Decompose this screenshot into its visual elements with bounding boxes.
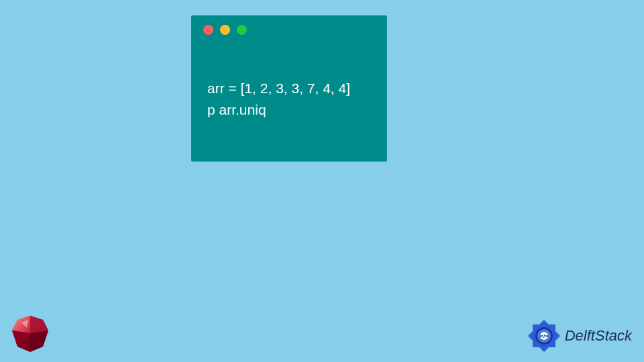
- delftstack-badge-icon: </>: [526, 318, 562, 354]
- code-line-2: p arr.uniq: [207, 102, 266, 117]
- minimize-icon: [220, 25, 230, 35]
- close-icon: [203, 25, 213, 35]
- window-controls: [191, 15, 387, 44]
- delftstack-logo: </> DelftStack: [526, 318, 632, 354]
- delftstack-name: DelftStack: [565, 327, 632, 345]
- code-block: arr = [1, 2, 3, 3, 7, 4, 4] p arr.uniq: [191, 44, 387, 120]
- svg-text:</>: </>: [540, 333, 548, 339]
- ruby-logo-icon: [9, 314, 51, 353]
- code-window: arr = [1, 2, 3, 3, 7, 4, 4] p arr.uniq: [191, 15, 387, 162]
- code-line-1: arr = [1, 2, 3, 3, 7, 4, 4]: [207, 80, 350, 96]
- maximize-icon: [237, 25, 247, 35]
